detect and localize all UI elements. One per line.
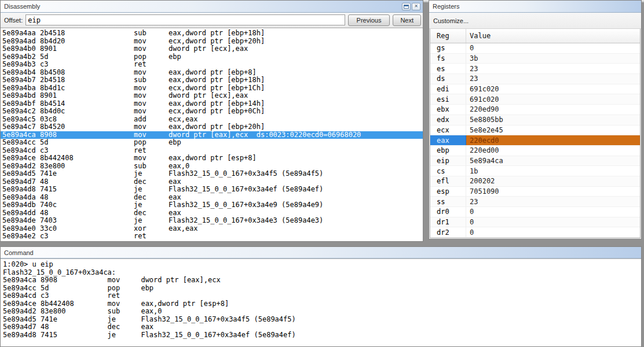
instruction-operands: eax,dword ptr [esp+8] [169,154,423,163]
register-row[interactable]: dr10 [430,217,640,228]
registers-titlebar[interactable]: Registers [429,1,641,13]
disassembly-listing[interactable]: 5e89a4aa2b4518subeax,dword ptr [ebp+18h]… [1,28,423,241]
instruction-operands: Flash32_15_0_0_167+0x3a4f5 (5e89a4f5) [169,170,423,178]
instruction-mnemonic: mov [134,69,169,77]
disassembly-line[interactable]: 5e89a4d283e800subeax,0 [2,163,423,171]
register-row[interactable]: ecx5e8e2e45 [430,125,640,136]
disassembly-line[interactable]: 5e89a4dd48deceax [2,209,423,217]
register-row[interactable]: ds23 [430,74,640,84]
disassembly-line[interactable]: 5e89a4ba8b4d1cmovecx,dword ptr [ebp+1Ch] [2,84,423,93]
disassembly-line[interactable]: 5e89a4aa2b4518subeax,dword ptr [ebp+18h] [2,29,423,38]
instruction-address: 5e89a4dd [2,209,40,217]
register-name: dr1 [430,217,466,227]
instruction-mnemonic: ret [134,147,169,155]
disassembly-line[interactable]: 5e89a4e033c0xoreax,eax [2,225,423,233]
register-row[interactable]: dr20 [430,227,640,238]
register-row[interactable]: ss23 [430,197,640,207]
registers-window: Registers Customize... Reg Value gs0fs3b… [429,0,642,239]
register-name: fs [430,54,466,64]
dock-window-icon[interactable] [402,3,411,10]
instruction-bytes: 48 [40,209,134,217]
disassembly-line[interactable]: 5e89a4b72b4518subeax,dword ptr [ebp+18h] [2,76,423,84]
disassembly-line[interactable]: 5e89a4de7403jeFlash32_15_0_0_167+0x3a4e3… [2,217,423,225]
disassembly-line[interactable]: 5e89a4bf8b4514moveax,dword ptr [ebp+14h] [2,100,423,108]
disassembly-line[interactable]: 5e89a4db740cjeFlash32_15_0_0_167+0x3a4e9… [2,201,423,209]
register-row-selected[interactable]: eax220ecd0 [430,135,640,146]
instruction-bytes: 8b4d20 [40,38,134,46]
register-row[interactable]: ebx220ed90 [430,105,640,115]
disassembly-line[interactable]: 5e89a4b25dpopebp [2,53,423,61]
disassembly-line[interactable]: 5e89a4d5741ejeFlash32_15_0_0_167+0x3a4f5… [2,170,423,178]
instruction-bytes: 83e800 [40,163,134,171]
instruction-mnemonic: je [134,170,169,178]
instruction-bytes: 8b4514 [40,100,134,108]
instruction-bytes: 8b4520 [40,123,134,131]
disassembly-line[interactable]: 5e89a4c503c8addecx,eax [2,116,423,124]
register-value: 3b [466,54,640,64]
register-row[interactable]: gs0 [430,43,640,54]
command-output[interactable]: 1:020> u eipFlash32_15_0_0_167+0x3a4ca:5… [1,259,641,346]
register-name: eip [430,156,466,166]
disassembly-line[interactable]: 5e89a4d748deceax [2,178,423,186]
instruction-bytes: 8b4d1c [40,84,134,93]
instruction-address: 5e89a4de [2,217,40,225]
instruction-operands: ecx,dword ptr [ebp+20h] [169,38,423,46]
disassembly-line[interactable]: 5e89a4d87415jeFlash32_15_0_0_167+0x3a4ef… [2,186,423,194]
register-value: 23 [466,64,640,73]
disassembly-line[interactable]: 5e89a4b08901movdword ptr [ecx],eax [2,45,423,53]
disassembly-line[interactable]: 5e89a4ce8b442408moveax,dword ptr [esp+8] [2,154,423,163]
instruction-mnemonic: sub [134,76,169,84]
instruction-operands: ebp [169,53,423,61]
instruction-mnemonic: pop [134,139,169,147]
register-row[interactable]: edx5e8805bb [430,115,640,125]
instruction-operands: eax,dword ptr [ebp+8] [169,69,423,77]
disassembly-line[interactable]: 5e89a4bd8901movdword ptr [ecx],eax [2,92,423,100]
register-row[interactable]: dr00 [430,207,640,217]
instruction-address: 5e89a4c2 [2,108,40,116]
instruction-operands: dword ptr [ecx],eax [169,92,423,100]
instruction-operands: ecx,eax [169,116,423,124]
register-row[interactable]: efl200202 [430,176,640,187]
instruction-mnemonic: dec [134,209,169,217]
register-row[interactable]: esp7051090 [430,187,640,197]
disassembly-line[interactable]: 5e89a4b3c3ret [2,61,423,69]
register-name: ss [430,197,466,206]
offset-input[interactable] [25,14,345,25]
instruction-bytes: 8908 [40,131,134,139]
command-line: 5e89a4ce 8b442408 mov eax,dword ptr [esp… [3,300,641,308]
instruction-mnemonic: dec [134,194,169,202]
disassembly-line[interactable]: 5e89a4da48deceax [2,194,423,202]
disassembly-line[interactable]: 5e89a4ad8b4d20movecx,dword ptr [ebp+20h] [2,38,423,46]
previous-button[interactable]: Previous [348,14,390,26]
command-titlebar[interactable]: Command [1,247,641,259]
register-row[interactable]: esi691c020 [430,94,640,105]
disassembly-line-selected[interactable]: 5e89a4ca8908movdword ptr [eax],ecx ds:00… [1,131,423,139]
customize-button[interactable]: Customize... [429,13,641,29]
register-row[interactable]: fs3b [430,54,640,64]
instruction-address: 5e89a4b2 [2,53,40,61]
register-row[interactable]: es23 [430,64,640,74]
next-button[interactable]: Next [393,14,421,26]
disassembly-line[interactable]: 5e89a4cdc3ret [2,147,423,155]
instruction-operands: ebp [169,139,423,147]
disassembly-line[interactable]: 5e89a4e2c3ret [2,232,423,241]
instruction-address: 5e89a4c5 [2,116,40,124]
instruction-mnemonic: pop [134,53,169,61]
disassembly-line[interactable]: 5e89a4cc5dpopebp [2,139,423,147]
register-row[interactable]: cs1b [430,166,640,176]
instruction-address: 5e89a4c7 [2,123,40,131]
disassembly-titlebar[interactable]: Disassembly ✕ [1,1,423,13]
instruction-mnemonic: sub [134,163,169,171]
register-row[interactable]: ebp220ed00 [430,146,640,156]
register-name: esi [430,94,466,104]
disassembly-line[interactable]: 5e89a4c28b4d0cmovecx,dword ptr [ebp+0Ch] [2,108,423,116]
value-column-header: Value [466,32,491,40]
instruction-bytes: 2b4518 [40,29,134,38]
instruction-address: 5e89a4d2 [2,163,40,171]
close-icon[interactable]: ✕ [412,3,420,10]
register-row[interactable]: eip5e89a4ca [430,156,640,167]
register-name: eax [430,135,466,145]
disassembly-line[interactable]: 5e89a4c78b4520moveax,dword ptr [ebp+20h] [2,123,423,131]
disassembly-line[interactable]: 5e89a4b48b4508moveax,dword ptr [ebp+8] [2,69,423,77]
register-row[interactable]: edi691c020 [430,84,640,95]
